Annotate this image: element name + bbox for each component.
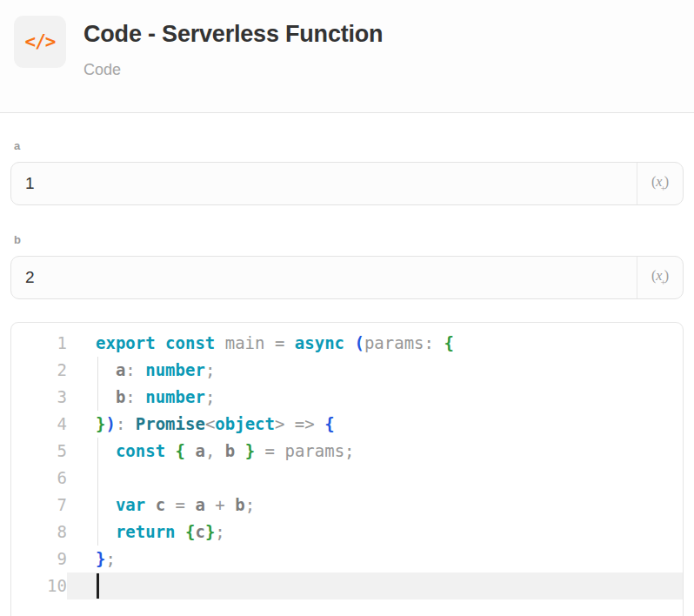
connect-variable-icon: (x+)	[651, 174, 669, 193]
code-editor[interactable]: 1export const main = async (params: {2 a…	[10, 322, 684, 616]
connect-input-b-button[interactable]: (x+)	[637, 257, 683, 298]
line-number: 8	[11, 519, 67, 546]
code-line-content[interactable]: }): Promise<object> => {	[67, 411, 683, 438]
line-number: 9	[11, 546, 67, 572]
code-line[interactable]: 10	[11, 572, 683, 599]
code-line-content[interactable]	[67, 572, 683, 599]
line-number: 7	[11, 492, 67, 519]
line-number: 6	[11, 465, 67, 492]
page-title: Code - Serverless Function	[83, 19, 383, 49]
input-fields-section: a (x+) b (x+)	[0, 139, 694, 299]
code-line-content[interactable]: };	[67, 546, 683, 572]
code-line-content[interactable]: b: number;	[67, 384, 683, 411]
code-line-content[interactable]	[67, 465, 683, 492]
code-line[interactable]: 9};	[11, 546, 683, 572]
field-b: (x+)	[10, 256, 684, 299]
field-b-input[interactable]	[11, 257, 637, 298]
connect-variable-icon: (x+)	[651, 268, 669, 287]
code-line-content[interactable]: a: number;	[67, 357, 683, 384]
code-line[interactable]: 7 var c = a + b;	[11, 492, 683, 519]
connect-input-a-button[interactable]: (x+)	[637, 163, 683, 204]
field-label-b: b	[14, 233, 680, 246]
text-cursor	[97, 573, 99, 599]
line-number: 4	[11, 411, 67, 438]
field-a-input[interactable]	[11, 163, 637, 204]
code-module-icon: </>	[14, 16, 66, 68]
code-line[interactable]: 6	[11, 465, 683, 492]
page-subtitle: Code	[83, 60, 383, 79]
line-number: 1	[11, 330, 67, 357]
line-number: 2	[11, 357, 67, 384]
code-glyph-icon: </>	[25, 31, 56, 52]
code-line-content[interactable]: export const main = async (params: {	[67, 330, 683, 357]
header-text: Code - Serverless Function Code	[83, 16, 383, 79]
code-line[interactable]: 4}): Promise<object> => {	[11, 411, 683, 438]
code-line-content[interactable]: var c = a + b;	[67, 492, 683, 519]
line-number: 3	[11, 384, 67, 411]
code-line[interactable]: 8 return {c};	[11, 519, 683, 546]
code-line[interactable]: 2 a: number;	[11, 357, 683, 384]
field-label-a: a	[14, 139, 680, 152]
code-line[interactable]: 1export const main = async (params: {	[11, 330, 683, 357]
line-number: 5	[11, 438, 67, 465]
field-a: (x+)	[10, 162, 684, 205]
header: </> Code - Serverless Function Code	[0, 0, 694, 113]
code-line-content[interactable]: const { a, b } = params;	[67, 438, 683, 465]
line-number: 10	[11, 572, 67, 599]
code-line-content[interactable]: return {c};	[67, 519, 683, 546]
code-line[interactable]: 5 const { a, b } = params;	[11, 438, 683, 465]
code-line[interactable]: 3 b: number;	[11, 384, 683, 411]
